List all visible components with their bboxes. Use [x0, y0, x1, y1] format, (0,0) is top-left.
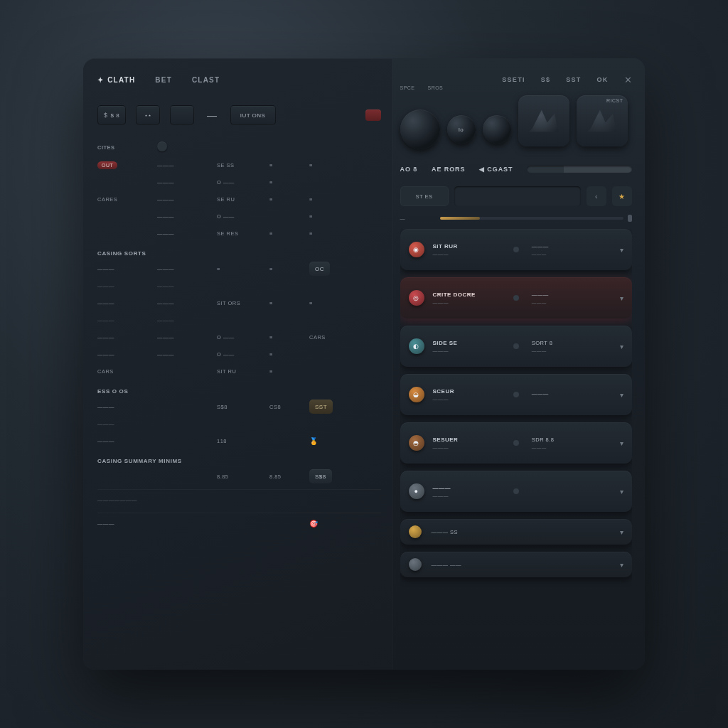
card-sub: ———: [433, 493, 508, 498]
tab-label: BET: [155, 76, 172, 84]
table-row[interactable]: CARSSIT RU≡: [97, 363, 381, 380]
knob-secondary[interactable]: Io: [447, 115, 476, 144]
thumbnail[interactable]: [518, 95, 569, 146]
card-icon: ◉: [409, 242, 424, 257]
table-row[interactable]: ——————SIT ORS≡≡: [97, 294, 381, 311]
chevron-down-icon[interactable]: ▾: [620, 488, 623, 496]
table-row[interactable]: ——————: [97, 311, 381, 328]
knob-tertiary[interactable]: [483, 115, 511, 144]
list-card-slim[interactable]: ——— —— ▾: [400, 552, 633, 577]
card-icon: ◐: [409, 338, 424, 354]
list-card[interactable]: ◒ SCEUR——— ——— ▾: [400, 374, 633, 415]
table-row[interactable]: ———: [97, 415, 381, 432]
favorite-button[interactable]: ★: [612, 186, 632, 206]
list-card[interactable]: ◐ SIDE SE——— SORT 8——— ▾: [400, 326, 633, 367]
sep-icon: [513, 392, 519, 397]
list-card-slim[interactable]: ——— SS ▾: [400, 519, 633, 545]
chevron-down-icon[interactable]: ▾: [620, 391, 623, 399]
chip: S$8: [309, 469, 332, 483]
sep-icon: [513, 295, 519, 301]
knob-label: SROS: [427, 85, 443, 94]
section-header: CASING SORTS: [97, 246, 381, 260]
list-card-alert[interactable]: ◎ CRITE DOCRE——— —————— ▾: [400, 277, 633, 318]
tab-label: CLATH: [107, 76, 135, 84]
thumbnail-gallery: RICST: [518, 95, 628, 146]
app-window: ✦ CLATH BET CLAST $ $ 8 ⋆⋆ — IUT ONS: [83, 58, 645, 670]
chevron-down-icon[interactable]: ▾: [620, 246, 623, 254]
chevron-down-icon[interactable]: ▾: [620, 294, 623, 302]
tab-sseti[interactable]: SSETI: [502, 76, 525, 83]
progress-bar[interactable]: [440, 217, 624, 220]
table-row[interactable]: ——— SE RES ≡ ≡: [97, 225, 381, 242]
tab-ss[interactable]: S$: [541, 76, 551, 83]
medal-icon: 🏅: [309, 437, 318, 445]
knob-label: SPCE: [400, 85, 415, 94]
table-row[interactable]: ———S$8CS8SST: [97, 398, 381, 415]
chip: SST: [309, 400, 333, 414]
thumbnail[interactable]: RICST: [577, 95, 628, 146]
toolbar-stars[interactable]: ⋆⋆: [136, 105, 160, 125]
card-sub: ———: [433, 348, 508, 353]
section-header: CASING SUMMARY MINIMS: [97, 454, 381, 468]
tab-sst[interactable]: SST: [566, 76, 581, 83]
tab-bet[interactable]: BET: [155, 76, 172, 84]
tab-label: CLAST: [192, 76, 220, 84]
search-input[interactable]: [454, 186, 582, 206]
chevron-left-icon: ‹: [595, 193, 598, 200]
list-card[interactable]: ◓ SESUER——— SDR 8.8——— ▾: [400, 422, 633, 464]
filter-bar: ST ES ‹ ★: [400, 186, 633, 206]
tab-clast[interactable]: CLAST: [192, 76, 220, 84]
card-title: ——— SS: [432, 529, 609, 535]
chevron-down-icon[interactable]: ▾: [620, 528, 623, 536]
card-title: SIDE SE: [433, 340, 508, 346]
prev-button[interactable]: ‹: [587, 186, 606, 206]
list-card[interactable]: ◉ SIT RUR——— —————— ▾: [400, 229, 633, 270]
alert-badge-icon[interactable]: [365, 109, 381, 121]
tab-clath[interactable]: ✦ CLATH: [97, 76, 135, 84]
chevron-down-icon[interactable]: ▾: [620, 439, 623, 447]
chip: OC: [309, 262, 330, 276]
card-icon: ◓: [409, 435, 424, 451]
table-row[interactable]: ——————O ——≡CARS: [97, 328, 381, 346]
toolbar-mode[interactable]: IUT ONS: [230, 105, 276, 125]
table-row[interactable]: CARES ——— SE RU ≡ ≡: [97, 191, 381, 208]
chevron-down-icon[interactable]: ▾: [620, 561, 623, 569]
caret-icon: ◀: [479, 166, 485, 173]
toolbar-blank[interactable]: [170, 105, 194, 125]
divider: [97, 513, 381, 513]
left-toolbar: $ $ 8 ⋆⋆ — IUT ONS: [97, 100, 381, 131]
table-row[interactable]: ———🎯: [97, 515, 381, 532]
radio-icon[interactable]: [157, 141, 167, 151]
table-row[interactable]: ——— O —— ≡: [97, 173, 381, 191]
card-title: ———: [433, 485, 508, 491]
toolbar-amount[interactable]: $ $ 8: [97, 105, 126, 125]
range-slider[interactable]: [527, 166, 632, 173]
filter-chip[interactable]: ST ES: [400, 186, 449, 206]
chevron-down-icon[interactable]: ▾: [620, 343, 623, 350]
table-row[interactable]: ——— O —— ≡: [97, 208, 381, 225]
table-row[interactable]: ———————: [97, 491, 381, 508]
left-panel: ✦ CLATH BET CLAST $ $ 8 ⋆⋆ — IUT ONS: [83, 58, 392, 670]
tab-ok[interactable]: OK: [596, 76, 608, 83]
data-table: CITES OUT ——— SE SS ≡ ≡ ——— O —— ≡ CARES: [97, 138, 381, 658]
sparkle-icon: ✦: [97, 76, 104, 84]
thumb-label: RICST: [606, 98, 623, 103]
knob-primary[interactable]: [400, 109, 440, 149]
table-row[interactable]: ——————: [97, 277, 381, 294]
card-title: SIT RUR: [433, 243, 508, 250]
dollar-icon: $: [104, 112, 108, 119]
list-card[interactable]: ● —————— ▾: [400, 471, 633, 512]
close-icon[interactable]: ✕: [624, 75, 632, 85]
card-icon: [409, 525, 422, 538]
target-icon: 🎯: [309, 520, 318, 528]
table-row[interactable]: ———118🏅: [97, 432, 381, 449]
star-icon: ★: [619, 193, 625, 200]
table-row[interactable]: ——————O ——≡: [97, 346, 381, 363]
sep-icon: [513, 343, 519, 349]
label-a: AO 8: [400, 166, 418, 173]
track-marker-icon[interactable]: [628, 215, 632, 222]
table-row[interactable]: ——————≡≡OC: [97, 260, 381, 277]
label-c: ◀CGAST: [479, 166, 513, 173]
table-row[interactable]: 8.858.85S$8: [97, 468, 381, 485]
table-row[interactable]: OUT ——— SE SS ≡ ≡: [97, 156, 381, 173]
